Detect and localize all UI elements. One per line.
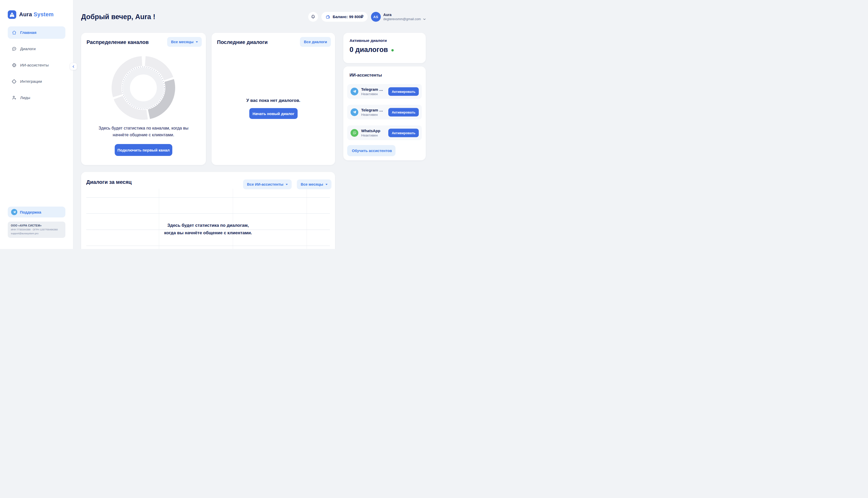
channels-empty-text: Здесь будет статистика по каналам, когда… bbox=[81, 124, 206, 138]
brand-logo[interactable]: Aura System bbox=[8, 10, 54, 19]
dialogs-card-title: Последние диалоги bbox=[217, 39, 268, 45]
notifications-button[interactable] bbox=[308, 12, 318, 22]
gridline bbox=[86, 197, 330, 198]
sidebar-item-label: Лиды bbox=[20, 95, 30, 100]
balance-button[interactable]: Баланс: 99 800₽ bbox=[321, 12, 368, 22]
user-menu[interactable]: AS Aura degterevsmm@gmail.com bbox=[371, 12, 426, 22]
chat-icon bbox=[12, 46, 17, 51]
status-dot-icon bbox=[391, 49, 394, 51]
company-name: ООО «АУРА СИСТЕМ» bbox=[11, 224, 62, 227]
assistant-info: Telegram … Неактивен bbox=[361, 87, 383, 96]
avatar: AS bbox=[371, 12, 381, 22]
sidebar-item-leads[interactable]: Лиды bbox=[8, 92, 65, 104]
all-dialogs-button[interactable]: Все диалоги bbox=[300, 37, 331, 47]
user-plus-icon bbox=[12, 95, 17, 100]
assistant-name: Telegram … bbox=[361, 87, 383, 92]
company-info-card: ООО «АУРА СИСТЕМ» ИНН 7730344399 · ОГРН … bbox=[8, 222, 65, 238]
monthly-card-title: Диалоги за месяц bbox=[86, 179, 132, 185]
assistant-status: Неактивен bbox=[361, 133, 380, 137]
filter-label: Все ИИ-ассистенты bbox=[247, 182, 283, 186]
months-filter[interactable]: Все месяцы bbox=[297, 180, 331, 189]
monthly-dialogs-card: Диалоги за месяц Все ИИ-ассистенты Все м… bbox=[81, 172, 335, 249]
assistants-card-title: ИИ-ассистенты bbox=[350, 73, 382, 78]
chevron-left-icon bbox=[72, 65, 75, 68]
activate-assistant-button[interactable]: Активировать bbox=[388, 129, 419, 137]
assistant-row[interactable]: Telegram … Неактивен Активировать bbox=[347, 105, 422, 119]
train-assistants-button[interactable]: Обучить ассистентов bbox=[347, 145, 395, 156]
user-name: Aura bbox=[383, 13, 426, 17]
user-email: degterevsmm@gmail.com bbox=[383, 17, 421, 21]
assistant-info: Telegram … Неактивен bbox=[361, 108, 383, 117]
channels-months-filter[interactable]: Все месяцы bbox=[167, 37, 202, 47]
company-registration: ИНН 7730344399 · ОГРН 1257700496360 bbox=[11, 228, 62, 232]
donut-inner-ring bbox=[126, 71, 160, 105]
sidebar-item-integrations[interactable]: Интеграции bbox=[8, 75, 65, 88]
page-greeting: Добрый вечер, Aura ! bbox=[81, 13, 155, 21]
connect-channel-button[interactable]: Подключить первый канал bbox=[115, 144, 172, 156]
caret-down-icon bbox=[196, 41, 198, 43]
activate-assistant-button[interactable]: Активировать bbox=[388, 108, 419, 116]
active-dialogs-count: 0 диалогов bbox=[350, 46, 388, 54]
caret-down-icon bbox=[286, 184, 288, 185]
assistant-status: Неактивен bbox=[361, 113, 383, 117]
active-dialogs-title: Активные диалоги bbox=[350, 38, 387, 43]
all-dialogs-label: Все диалоги bbox=[304, 40, 327, 44]
sidebar: Aura System Главная Диалоги bbox=[0, 0, 73, 249]
sidebar-item-home[interactable]: Главная bbox=[8, 26, 65, 39]
channels-donut-chart bbox=[112, 56, 175, 120]
home-icon bbox=[12, 30, 17, 35]
sidebar-nav: Главная Диалоги ИИ-ассис bbox=[8, 26, 65, 104]
sidebar-item-label: ИИ-ассистенты bbox=[20, 63, 49, 67]
gridline bbox=[233, 189, 233, 249]
dialogs-empty-text: У вас пока нет диалогов. bbox=[212, 98, 335, 103]
chevron-down-icon bbox=[423, 17, 426, 21]
sidebar-item-label: Диалоги bbox=[20, 47, 36, 51]
telegram-icon bbox=[351, 108, 358, 116]
channels-card: Распределение каналов Все месяцы Здесь б… bbox=[81, 33, 206, 165]
balance-label: Баланс: 99 800₽ bbox=[333, 14, 364, 19]
sidebar-item-label: Интеграции bbox=[20, 79, 42, 84]
recent-dialogs-card: Последние диалоги Все диалоги У вас пока… bbox=[212, 33, 335, 165]
company-email: support@aurasystem.pro bbox=[11, 232, 62, 236]
start-dialog-button[interactable]: Начать новый диалог bbox=[249, 108, 298, 119]
assistants-filter[interactable]: Все ИИ-ассистенты bbox=[243, 180, 291, 189]
dashboard-page: Aura System Главная Диалоги bbox=[0, 0, 434, 249]
telegram-icon bbox=[11, 209, 17, 215]
assistant-row[interactable]: Telegram … Неактивен Активировать bbox=[347, 84, 422, 99]
cpu-icon bbox=[12, 63, 17, 68]
assistant-name: Telegram … bbox=[361, 108, 383, 112]
support-button[interactable]: Поддержка bbox=[8, 207, 65, 218]
support-label: Поддержка bbox=[20, 210, 41, 214]
whatsapp-icon bbox=[351, 129, 358, 137]
active-dialogs-card: Активные диалоги 0 диалогов bbox=[343, 33, 426, 63]
assistant-status: Неактивен bbox=[361, 92, 383, 96]
assistant-name: WhatsApp bbox=[361, 129, 380, 133]
monthly-empty-text: Здесь будет статистика по диалогам, когд… bbox=[86, 222, 330, 237]
activate-assistant-button[interactable]: Активировать bbox=[388, 87, 419, 96]
assistant-row[interactable]: WhatsApp Неактивен Активировать bbox=[347, 126, 422, 140]
puzzle-icon bbox=[12, 79, 17, 84]
sidebar-collapse-button[interactable] bbox=[70, 63, 77, 70]
aura-logo-icon bbox=[8, 10, 16, 19]
sidebar-item-dialogs[interactable]: Диалоги bbox=[8, 43, 65, 55]
assistant-info: WhatsApp Неактивен bbox=[361, 129, 380, 137]
gridline bbox=[307, 189, 307, 249]
brand-name: Aura System bbox=[19, 11, 54, 18]
channels-card-title: Распределение каналов bbox=[86, 39, 149, 45]
filter-label: Все месяцы bbox=[301, 182, 323, 186]
ai-assistants-card: ИИ-ассистенты Telegram … Неактивен Актив… bbox=[343, 66, 426, 160]
wallet-icon bbox=[325, 14, 330, 19]
sidebar-item-label: Главная bbox=[20, 30, 37, 35]
filter-label: Все месяцы bbox=[171, 40, 193, 44]
monthly-chart-grid: Здесь будет статистика по диалогам, когд… bbox=[86, 189, 330, 249]
gridline bbox=[159, 189, 159, 249]
user-info: Aura degterevsmm@gmail.com bbox=[383, 13, 426, 21]
telegram-icon bbox=[351, 88, 358, 95]
caret-down-icon bbox=[325, 184, 328, 185]
gridline bbox=[86, 246, 330, 246]
bell-icon bbox=[311, 14, 316, 19]
header-actions: Баланс: 99 800₽ AS Aura degterevsmm@gmai… bbox=[308, 12, 426, 22]
sidebar-item-ai-assistants[interactable]: ИИ-ассистенты bbox=[8, 59, 65, 71]
